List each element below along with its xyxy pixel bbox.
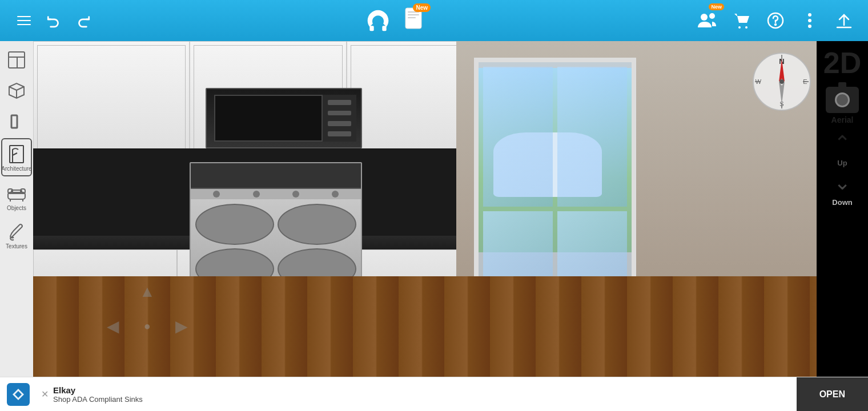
- ad-text: Elkay Shop ADA Compliant Sinks: [53, 385, 797, 404]
- sidebar-item-textures-label: Textures: [6, 243, 27, 249]
- ad-banner: ✕ Elkay Shop ADA Compliant Sinks OPEN: [0, 377, 868, 411]
- aerial-button[interactable]: Aerial: [826, 87, 859, 124]
- users-button-wrap: New: [692, 6, 722, 35]
- svg-point-6: [701, 14, 708, 21]
- svg-point-14: [808, 25, 811, 28]
- toolbar-right: New: [692, 6, 859, 35]
- chevron-up-icon: ⌃: [834, 131, 851, 155]
- sidebar-item-box[interactable]: [1, 76, 32, 105]
- knob-4: [332, 191, 339, 198]
- view-up-button[interactable]: ⌃: [822, 129, 862, 158]
- sidebar-item-architecture-label: Architecture: [1, 166, 31, 172]
- help-icon: [766, 11, 785, 30]
- sidebar-item-architecture[interactable]: Architecture: [1, 138, 32, 176]
- redo-icon: [76, 13, 91, 28]
- logo-icon: [363, 6, 393, 35]
- floor-plan-icon: [6, 49, 27, 71]
- svg-point-13: [808, 19, 811, 22]
- users-new-badge: New: [709, 3, 724, 10]
- up-label: Up: [837, 159, 847, 167]
- view-2d-button[interactable]: 2D: [817, 48, 868, 78]
- cart-icon: [732, 11, 750, 30]
- nav-left-overlay[interactable]: ◀: [96, 309, 130, 343]
- svg-text:E: E: [803, 78, 807, 85]
- knob-3: [292, 191, 299, 198]
- left-sidebar: Architecture Objects Textures: [0, 41, 33, 377]
- sidebar-item-objects-label: Objects: [7, 205, 26, 211]
- compass: N S E W: [750, 50, 813, 113]
- ad-brand: Elkay: [53, 385, 797, 395]
- sidebar-item-floor-plan[interactable]: [1, 46, 32, 74]
- svg-point-43: [779, 79, 784, 84]
- right-panel: 2D Aerial ⌃ Up ⌄ Down: [817, 41, 868, 377]
- help-button[interactable]: [761, 6, 790, 35]
- toolbar-center: New: [98, 6, 692, 35]
- cart-button[interactable]: [726, 6, 756, 35]
- objects-sofa-icon: [6, 182, 27, 204]
- nav-up-overlay[interactable]: ▲: [130, 275, 164, 309]
- ad-logo-icon: [11, 388, 25, 401]
- svg-text:W: W: [756, 78, 762, 85]
- glass-pane-2: [557, 67, 627, 207]
- box-icon: [6, 80, 27, 102]
- main-3d-view[interactable]: ▲ ◀ ● ▶: [33, 41, 817, 377]
- microwave-btn-3: [328, 121, 351, 126]
- stove-knobs: [191, 189, 361, 199]
- down-label: Down: [832, 198, 852, 207]
- ad-open-button[interactable]: OPEN: [797, 377, 868, 411]
- microwave-panel: [323, 95, 356, 141]
- aerial-camera-icon: [826, 87, 859, 113]
- svg-rect-0: [369, 26, 373, 31]
- burner-1: [195, 204, 274, 245]
- microwave-btn-4: [328, 131, 351, 136]
- undo-icon: [46, 13, 61, 28]
- svg-rect-4: [408, 14, 419, 15]
- sidebar-item-objects[interactable]: Objects: [1, 179, 32, 215]
- svg-point-7: [709, 13, 715, 19]
- knob-1: [213, 191, 220, 198]
- ad-logo: [7, 383, 30, 406]
- menu-button[interactable]: [9, 6, 39, 35]
- ad-close-button[interactable]: ✕: [41, 389, 49, 400]
- glass-pane-1: [483, 67, 553, 207]
- upload-button[interactable]: [829, 6, 859, 35]
- toolbar: New New: [0, 0, 868, 41]
- redo-button[interactable]: [69, 6, 98, 35]
- ad-tagline: Shop ADA Compliant Sinks: [53, 395, 797, 404]
- svg-line-21: [17, 87, 24, 90]
- microwave-window: [214, 95, 322, 141]
- kitchen-scene: ▲ ◀ ● ▶: [33, 41, 817, 377]
- svg-rect-5: [408, 17, 416, 18]
- architecture-door-icon: [6, 143, 27, 164]
- upload-icon: [835, 11, 853, 30]
- svg-line-25: [13, 153, 17, 155]
- sidebar-item-textures[interactable]: Textures: [1, 217, 32, 253]
- hamburger-icon: [17, 16, 31, 25]
- more-options-button[interactable]: [795, 6, 825, 35]
- svg-point-8: [738, 26, 741, 29]
- nav-right-overlay[interactable]: ▶: [164, 309, 199, 343]
- svg-point-9: [745, 26, 748, 29]
- chevron-down-icon: ⌄: [834, 171, 851, 195]
- knob-2: [253, 191, 260, 198]
- sidebar-item-wall[interactable]: [1, 107, 32, 136]
- svg-rect-1: [382, 26, 386, 31]
- wall-icon: [6, 111, 27, 132]
- svg-line-20: [9, 87, 17, 90]
- new-document-button[interactable]: New: [402, 7, 427, 34]
- navigation-overlay: ▲ ◀ ● ▶: [96, 275, 199, 343]
- aerial-label: Aerial: [831, 115, 854, 124]
- view-nav-arrows: ⌃ Up ⌄ Down: [822, 129, 862, 207]
- microwave-btn-2: [328, 111, 351, 116]
- microwave: [206, 88, 362, 148]
- svg-point-11: [775, 24, 776, 25]
- burner-2: [278, 204, 356, 245]
- svg-rect-23: [11, 115, 17, 128]
- undo-button[interactable]: [39, 6, 69, 35]
- more-options-icon: [807, 11, 812, 30]
- nav-center-overlay[interactable]: ●: [130, 309, 164, 343]
- svg-rect-3: [408, 11, 419, 13]
- view-down-button[interactable]: ⌄: [822, 168, 862, 197]
- users-icon: [697, 10, 717, 31]
- stove-control-panel: [191, 163, 361, 189]
